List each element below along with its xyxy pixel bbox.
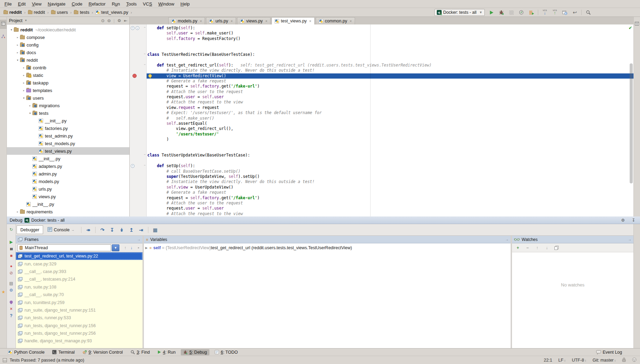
pin-button[interactable] (8, 299, 15, 305)
debugger-settings-button[interactable]: ⚙ (8, 287, 15, 294)
tree-expanded-icon[interactable]: ▾ (15, 59, 20, 62)
override-method-up-icon[interactable]: ↑ (131, 26, 135, 30)
help-button[interactable]: ? (8, 312, 15, 319)
code-text[interactable] (147, 57, 633, 62)
tree-item-urls-py[interactable]: urls.py (7, 185, 129, 193)
code-text[interactable]: # Attach the request to the view (147, 100, 633, 105)
tree-item-init-py[interactable]: __init__.py (7, 155, 129, 162)
code-text[interactable] (147, 148, 633, 153)
gutter-cell[interactable] (130, 148, 147, 153)
restore-layout-button[interactable]: ▤ (8, 280, 15, 287)
breadcrumb-item-reddit[interactable]: reddit (27, 10, 46, 15)
step-into-button[interactable]: ↧ (108, 226, 116, 234)
code-text[interactable]: class TestUserRedirectView(BaseUserTestC… (147, 52, 633, 57)
gutter-cell[interactable]: − (130, 63, 147, 68)
close-tab-icon[interactable]: × (200, 19, 202, 23)
stop-button[interactable]: ■ (8, 252, 15, 259)
menu-item-run[interactable]: Run (109, 1, 123, 7)
gutter-cell[interactable] (130, 84, 147, 89)
frame-row[interactable]: run_tests, django_test_runner.py:256 (16, 330, 142, 337)
tree-collapsed-icon[interactable]: ▸ (28, 104, 32, 107)
code-text[interactable]: # Instantiate the view directly. Never d… (147, 179, 633, 184)
hector-icon[interactable] (632, 357, 637, 363)
coverage-button[interactable] (508, 9, 515, 16)
stripe-button-favorites[interactable]: ★ (0, 286, 7, 296)
code-text[interactable]: view = UserRedirectView() (147, 73, 633, 79)
code-text[interactable]: # call BaseUserTestCase.setUp() (147, 169, 633, 174)
code-text[interactable]: def setUp(self): (147, 163, 633, 169)
rerun-button[interactable]: ↻ (8, 226, 15, 233)
gutter-cell[interactable] (130, 31, 147, 36)
status-lf[interactable]: LF↕ (558, 358, 565, 363)
close-tab-icon[interactable]: × (309, 19, 311, 23)
code-text[interactable] (147, 158, 633, 163)
toolwindow-button-5-debug[interactable]: 5: Debug (181, 349, 209, 355)
frame-row[interactable]: run_suite, django_test_runner.py:151 (16, 306, 142, 314)
debug-tab-debugger[interactable]: Debugger (17, 225, 43, 234)
vcs-update-button[interactable]: VCS↓ (541, 9, 548, 16)
float-panel-icon[interactable]: → (137, 237, 140, 241)
menu-item-tools[interactable]: Tools (123, 1, 140, 7)
gear-icon[interactable]: ⚙ (117, 18, 121, 23)
move-watch-down-button[interactable]: ↓ (544, 245, 550, 251)
tree-item-views-py[interactable]: views.py (7, 193, 129, 200)
fold-region-icon[interactable]: − (144, 63, 146, 66)
stripe-button-structure[interactable] (0, 32, 7, 42)
tree-item-test-views-py[interactable]: test_views.py (7, 147, 129, 155)
frame-row[interactable]: run_tests, django_test_runner.py:156 (16, 322, 142, 330)
code-text[interactable]: # Attach the user to the request (147, 201, 633, 206)
gutter-cell[interactable]: − (130, 52, 147, 57)
gutter-cell[interactable] (130, 41, 147, 47)
previous-frame-button[interactable]: ↑ (122, 245, 128, 251)
float-panel-icon[interactable]: → (505, 237, 509, 241)
gutter-cell[interactable]: − (130, 153, 147, 158)
frame-row[interactable]: __call__, suite.py:70 (16, 291, 142, 299)
fold-region-icon[interactable]: − (144, 52, 146, 55)
gutter-cell[interactable] (130, 137, 147, 142)
gutter-cell[interactable] (130, 89, 147, 94)
menu-item-window[interactable]: Window (155, 1, 177, 7)
tree-item-templates[interactable]: ▸templates (7, 87, 129, 94)
gutter-cell[interactable] (130, 179, 147, 184)
intention-bulb-icon[interactable] (148, 74, 152, 78)
tree-expanded-icon[interactable]: ▾ (21, 97, 26, 100)
override-method-up-icon[interactable]: ↑ (131, 164, 135, 168)
tree-item-requirements[interactable]: ▸requirements (7, 208, 129, 215)
move-watch-up-button[interactable]: ↑ (534, 245, 540, 251)
gutter-cell[interactable] (130, 105, 147, 110)
toolwindow-button-6-todo[interactable]: 6: TODO (212, 349, 240, 355)
toolwindow-button-python-console[interactable]: Python Console (6, 349, 47, 355)
code-text[interactable]: self.user = self.make_user() (147, 31, 633, 36)
view-breakpoints-button[interactable]: ● (8, 263, 15, 270)
code-text[interactable]: # Attach the user to the request (147, 89, 633, 94)
gutter-cell[interactable]: ↑↓− (130, 26, 147, 31)
mute-breakpoints-button[interactable]: ⊘ (8, 270, 15, 276)
debug-tab-console[interactable]: Console→ (44, 225, 78, 234)
gutter-cell[interactable] (130, 126, 147, 131)
menu-item-vcs[interactable]: VCS (140, 1, 155, 7)
tree-collapsed-icon[interactable]: ▸ (21, 66, 26, 69)
tab-test-views-py[interactable]: test_views.py× (272, 17, 314, 24)
breadcrumb-item-reddit[interactable]: reddit (3, 10, 22, 15)
fold-region-icon[interactable]: − (144, 163, 146, 167)
tree-item-users[interactable]: ▾users (7, 94, 129, 102)
close-tab-icon[interactable]: × (230, 19, 233, 23)
code-text[interactable]: # Generate a fake request (147, 79, 633, 84)
code-text[interactable] (147, 41, 633, 47)
code-text[interactable]: view.request = request (147, 105, 633, 110)
breadcrumb-item-test-views-py[interactable]: test_views.py (95, 10, 129, 15)
status-message-area[interactable]: Tests Passed: 7 passed (a minute ago) (0, 358, 84, 363)
hide-debug-panel-icon[interactable]: ↧ (632, 218, 635, 223)
tree-item-docs[interactable]: ▸docs (7, 49, 129, 56)
gear-icon[interactable]: ⚙ (621, 218, 625, 223)
stripe-button-database[interactable] (634, 20, 640, 29)
gutter-cell[interactable] (130, 110, 147, 115)
tree-item-test-admin-py[interactable]: test_admin.py (7, 132, 129, 140)
code-text[interactable]: # Expect: '/users/testuser/', as that is… (147, 110, 633, 115)
tree-collapsed-icon[interactable]: ▸ (21, 81, 26, 84)
code-text[interactable]: self.view = UserUpdateView() (147, 185, 633, 190)
menu-item-file[interactable]: File (1, 1, 15, 7)
menu-item-help[interactable]: Help (177, 1, 193, 7)
code-text[interactable] (147, 142, 633, 148)
gutter-cell[interactable] (130, 169, 147, 174)
